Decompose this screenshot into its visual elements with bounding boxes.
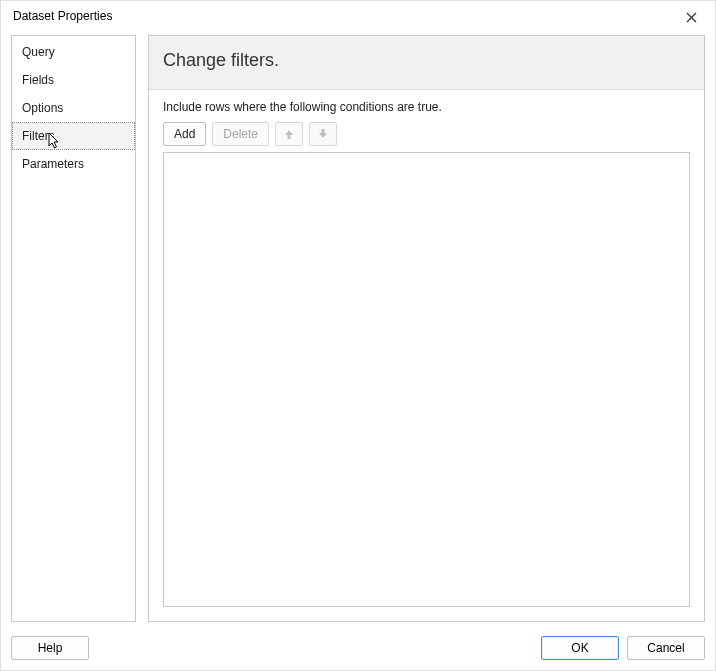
sidebar-item-query[interactable]: Query xyxy=(12,38,135,66)
move-up-button[interactable] xyxy=(275,122,303,146)
help-button[interactable]: Help xyxy=(11,636,89,660)
filters-list[interactable] xyxy=(163,152,690,607)
move-down-button[interactable] xyxy=(309,122,337,146)
sidebar-item-parameters[interactable]: Parameters xyxy=(12,150,135,178)
sidebar: Query Fields Options Filters Parameters xyxy=(11,35,136,622)
dialog-title: Dataset Properties xyxy=(13,7,112,23)
dialog-body: Query Fields Options Filters Parameters … xyxy=(1,31,715,630)
close-icon xyxy=(686,12,697,23)
sidebar-item-label: Query xyxy=(22,45,55,59)
titlebar: Dataset Properties xyxy=(1,1,715,31)
add-button-label: Add xyxy=(174,127,195,141)
arrow-down-icon xyxy=(318,128,328,140)
delete-button[interactable]: Delete xyxy=(212,122,269,146)
sidebar-item-label: Filters xyxy=(22,129,55,143)
cancel-button[interactable]: Cancel xyxy=(627,636,705,660)
arrow-up-icon xyxy=(284,128,294,140)
dataset-properties-dialog: Dataset Properties Query Fields Options … xyxy=(0,0,716,671)
sidebar-item-filters[interactable]: Filters xyxy=(12,122,135,150)
ok-button-label: OK xyxy=(571,641,588,655)
sidebar-item-fields[interactable]: Fields xyxy=(12,66,135,94)
footer-right: OK Cancel xyxy=(541,636,705,660)
sidebar-item-options[interactable]: Options xyxy=(12,94,135,122)
ok-button[interactable]: OK xyxy=(541,636,619,660)
sidebar-item-label: Fields xyxy=(22,73,54,87)
dialog-footer: Help OK Cancel xyxy=(1,630,715,670)
main-content: Include rows where the following conditi… xyxy=(149,90,704,621)
filters-toolbar: Add Delete xyxy=(163,122,690,146)
main-header: Change filters. xyxy=(149,36,704,90)
delete-button-label: Delete xyxy=(223,127,258,141)
sidebar-item-label: Options xyxy=(22,101,63,115)
sidebar-item-label: Parameters xyxy=(22,157,84,171)
add-button[interactable]: Add xyxy=(163,122,206,146)
page-heading: Change filters. xyxy=(163,50,690,71)
help-button-label: Help xyxy=(38,641,63,655)
close-button[interactable] xyxy=(673,5,709,29)
cancel-button-label: Cancel xyxy=(647,641,684,655)
description-text: Include rows where the following conditi… xyxy=(163,100,690,114)
main-panel: Change filters. Include rows where the f… xyxy=(148,35,705,622)
